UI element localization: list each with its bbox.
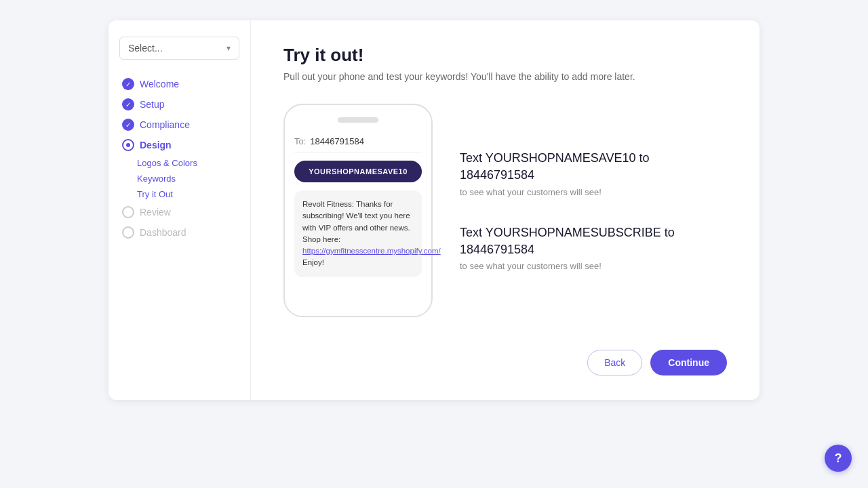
phone-mockup: To: 18446791584 YOURSHOPNAMESAVE10 Revol… <box>283 104 433 317</box>
sidebar-item-label: Design <box>140 140 172 150</box>
sidebar-item-setup[interactable]: ✓ Setup <box>119 95 239 114</box>
instructions-panel: Text YOURSHOPNAMESAVE10 to 18446791584 t… <box>460 104 727 317</box>
phone-notch <box>338 117 378 123</box>
back-button[interactable]: Back <box>587 350 642 375</box>
footer-actions: Back Continue <box>283 339 727 375</box>
select-placeholder: Select... <box>128 43 163 54</box>
sidebar-item-label: Review <box>140 207 171 218</box>
store-select-dropdown[interactable]: Select... ▾ <box>119 37 239 60</box>
keyword-button[interactable]: YOURSHOPNAMESAVE10 <box>294 161 422 182</box>
sidebar-item-try-it-out[interactable]: Try it Out <box>137 187 239 201</box>
dot-inner <box>126 143 130 147</box>
message-bubble: Revolt Fitness: Thanks for subscribing! … <box>294 190 422 277</box>
empty-circle-icon <box>122 226 134 239</box>
sidebar-item-label: Welcome <box>140 79 179 89</box>
message-text: Revolt Fitness: Thanks for subscribing! … <box>302 200 410 243</box>
sidebar-item-label: Compliance <box>140 119 190 130</box>
check-icon: ✓ <box>122 119 134 131</box>
sidebar-item-keywords[interactable]: Keywords <box>137 171 239 186</box>
phone-to-row: To: 18446791584 <box>294 136 422 152</box>
continue-button[interactable]: Continue <box>650 350 727 375</box>
sidebar-item-review[interactable]: Review <box>119 203 239 222</box>
instruction-block-1: Text YOURSHOPNAMESAVE10 to 18446791584 t… <box>460 150 727 197</box>
sidebar-item-label: Dashboard <box>140 227 186 238</box>
sidebar-item-label: Setup <box>140 99 165 110</box>
page-wrapper: Select... ▾ ✓ Welcome ✓ Setup ✓ Complian… <box>0 0 868 488</box>
dot-icon <box>122 139 134 151</box>
main-content: Try it out! Pull out your phone and test… <box>251 20 760 400</box>
sidebar-item-design[interactable]: Design <box>119 136 239 155</box>
main-card: Select... ▾ ✓ Welcome ✓ Setup ✓ Complian… <box>108 20 760 400</box>
empty-circle-icon <box>122 206 134 218</box>
nav-items: ✓ Welcome ✓ Setup ✓ Compliance Design <box>119 75 239 242</box>
to-label: To: <box>294 136 306 146</box>
phone-number: 18446791584 <box>310 136 364 146</box>
instruction-sub-1: to see what your customers will see! <box>460 187 727 197</box>
instruction-sub-2: to see what your customers will see! <box>460 261 727 271</box>
sidebar-item-logos-colors[interactable]: Logos & Colors <box>137 156 239 170</box>
check-icon: ✓ <box>122 98 134 110</box>
question-mark-icon: ? <box>835 451 842 466</box>
sidebar: Select... ▾ ✓ Welcome ✓ Setup ✓ Complian… <box>108 20 251 400</box>
sidebar-item-compliance[interactable]: ✓ Compliance <box>119 115 239 134</box>
message-end: Enjoy! <box>302 258 324 266</box>
instruction-block-2: Text YOURSHOPNAMESUBSCRIBE to 1844679158… <box>460 224 727 271</box>
sub-nav: Logos & Colors Keywords Try it Out <box>137 156 239 201</box>
check-icon: ✓ <box>122 78 134 90</box>
sidebar-item-dashboard[interactable]: Dashboard <box>119 223 239 242</box>
page-subtitle: Pull out your phone and test your keywor… <box>283 71 727 82</box>
page-title: Try it out! <box>283 45 727 66</box>
instruction-text-1: Text YOURSHOPNAMESAVE10 to 18446791584 <box>460 150 727 184</box>
message-link[interactable]: https://gymfitnesscentre.myshopify.com/ <box>302 247 441 255</box>
sidebar-item-welcome[interactable]: ✓ Welcome <box>119 75 239 94</box>
help-button[interactable]: ? <box>825 445 852 472</box>
instruction-text-2: Text YOURSHOPNAMESUBSCRIBE to 1844679158… <box>460 224 727 258</box>
chevron-down-icon: ▾ <box>226 43 231 53</box>
content-row: To: 18446791584 YOURSHOPNAMESAVE10 Revol… <box>283 104 727 317</box>
